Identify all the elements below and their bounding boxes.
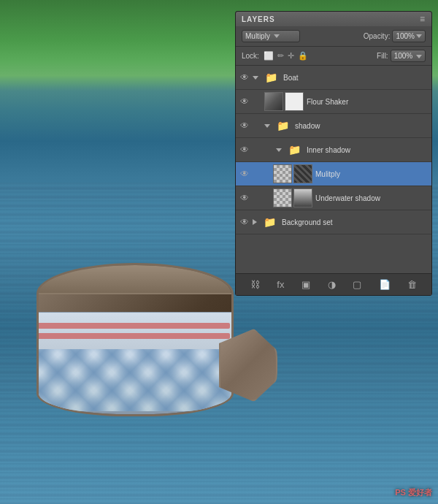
- eye-icon-multiply[interactable]: 👁: [239, 169, 250, 179]
- cup-diamonds: [36, 349, 234, 411]
- layer-name-underwater-shadow: Underwater shadow: [315, 194, 428, 202]
- panel-blend-opacity-row: Multiply Opacity: 100%: [236, 26, 431, 47]
- eye-icon-inner-shadow[interactable]: 👁: [239, 145, 250, 155]
- opacity-control: Opacity: 100%: [364, 30, 426, 42]
- folder-icon-background-set: 📁: [264, 216, 276, 228]
- expand-icon-inner-shadow[interactable]: [276, 148, 282, 152]
- new-layer-button[interactable]: 📄: [376, 278, 393, 291]
- link-button[interactable]: ⛓: [247, 278, 263, 291]
- layer-name-flour-shaker: Flour Shaker: [307, 98, 428, 106]
- layer-item-inner-shadow[interactable]: 👁 📁 Inner shadow: [236, 138, 431, 162]
- adjustment-button[interactable]: ◑: [325, 278, 339, 291]
- lock-fill-row: Lock: ⬜ ✏ ✛ 🔒 Fill: 100%: [236, 47, 431, 66]
- lock-icons-group: ⬜ ✏ ✛ 🔒: [264, 51, 308, 61]
- folder-icon-inner-shadow: 📁: [288, 144, 301, 156]
- flour-shaker-object: [22, 197, 270, 446]
- expand-icon-shadow[interactable]: [264, 124, 270, 128]
- lock-move-icon[interactable]: ✛: [288, 51, 294, 61]
- fill-input[interactable]: 100%: [391, 50, 426, 62]
- opacity-chevron: [416, 34, 422, 38]
- eye-icon-boat[interactable]: 👁: [239, 72, 250, 83]
- cup-pattern: [36, 312, 234, 414]
- thumb-flour-shaker-main: [264, 92, 283, 111]
- expand-icon-background-set[interactable]: [253, 219, 257, 225]
- fill-label: Fill:: [377, 52, 388, 60]
- fill-control: Fill: 100%: [377, 50, 426, 62]
- thumb-boat: 📁: [261, 68, 280, 87]
- layers-list: 👁 📁 Boat 👁 Flour Shaker 👁: [236, 66, 431, 273]
- cup-handle: [219, 329, 277, 402]
- cup-stripes: [36, 313, 234, 349]
- lock-transparent-icon[interactable]: ⬜: [264, 51, 274, 61]
- eye-icon-shadow[interactable]: 👁: [239, 121, 250, 131]
- thumb-multiply-main: [293, 164, 312, 183]
- layer-name-background-set: Background set: [282, 218, 428, 226]
- thumb-shadow: 📁: [273, 116, 292, 135]
- layer-item-shadow[interactable]: 👁 📁 shadow: [236, 114, 431, 138]
- thumb-shaker-inner: [265, 93, 283, 110]
- layer-item-boat[interactable]: 👁 📁 Boat: [236, 66, 431, 90]
- folder-icon-boat: 📁: [265, 72, 277, 83]
- blend-mode-value: Multiply: [245, 32, 270, 40]
- layer-item-flour-shaker[interactable]: 👁 Flour Shaker: [236, 90, 431, 114]
- thumb-inner-shadow: 📁: [285, 140, 304, 159]
- mask-button[interactable]: ▣: [299, 278, 313, 291]
- eye-icon-background-set[interactable]: 👁: [239, 217, 250, 227]
- cup-body: [36, 263, 234, 416]
- panel-menu-icon[interactable]: ≡: [420, 14, 426, 24]
- layer-name-multiply: Mulitply: [315, 170, 428, 178]
- panel-title-bar: LAYERS ≡: [236, 12, 431, 26]
- cup-rim: [39, 265, 231, 294]
- expand-icon-boat[interactable]: [253, 76, 258, 80]
- blend-mode-dropdown[interactable]: Multiply: [242, 30, 300, 42]
- thumb-underwater-mask: [273, 188, 292, 207]
- folder-icon-shadow: 📁: [277, 120, 289, 131]
- opacity-label: Opacity:: [364, 32, 391, 40]
- layer-item-multiply[interactable]: 👁 Mulitply: [236, 162, 431, 186]
- panel-footer: ⛓ fx ▣ ◑ ▢ 📄 🗑: [236, 273, 431, 295]
- panel-title: LAYERS: [242, 15, 275, 23]
- lock-label: Lock:: [242, 52, 259, 60]
- eye-icon-flour-shaker[interactable]: 👁: [239, 96, 250, 107]
- fill-chevron: [416, 55, 422, 58]
- thumb-flour-shaker-mask: [285, 92, 304, 111]
- layers-panel: LAYERS ≡ Multiply Opacity: 100% Lock: ⬜ …: [235, 11, 432, 296]
- layer-name-shadow: shadow: [295, 122, 428, 130]
- eye-icon-underwater-shadow[interactable]: 👁: [239, 193, 250, 203]
- thumb-group-multiply: [273, 164, 312, 183]
- layer-name-inner-shadow: Inner shadow: [307, 146, 428, 154]
- lock-paint-icon[interactable]: ✏: [277, 51, 284, 61]
- layer-item-underwater-shadow[interactable]: 👁 Underwater shadow: [236, 186, 431, 210]
- thumb-group-flour-shaker: [264, 92, 304, 111]
- lock-all-icon[interactable]: 🔒: [298, 51, 308, 61]
- new-folder-button[interactable]: ▢: [350, 278, 364, 291]
- layer-item-background-set[interactable]: 👁 📁 Background set: [236, 210, 431, 234]
- thumb-underwater-main: [293, 188, 312, 207]
- layer-name-boat: Boat: [283, 74, 428, 82]
- fx-button[interactable]: fx: [274, 278, 287, 291]
- opacity-input[interactable]: 100%: [392, 30, 426, 42]
- delete-button[interactable]: 🗑: [404, 278, 420, 291]
- blend-mode-chevron: [274, 34, 280, 38]
- stripe-1: [36, 323, 230, 329]
- stripe-2: [36, 333, 230, 339]
- watermark: PS 爱好者: [395, 487, 432, 498]
- thumb-multiply-mask: [273, 164, 292, 183]
- thumb-background-set: 📁: [260, 213, 279, 232]
- thumb-group-underwater: [273, 188, 312, 207]
